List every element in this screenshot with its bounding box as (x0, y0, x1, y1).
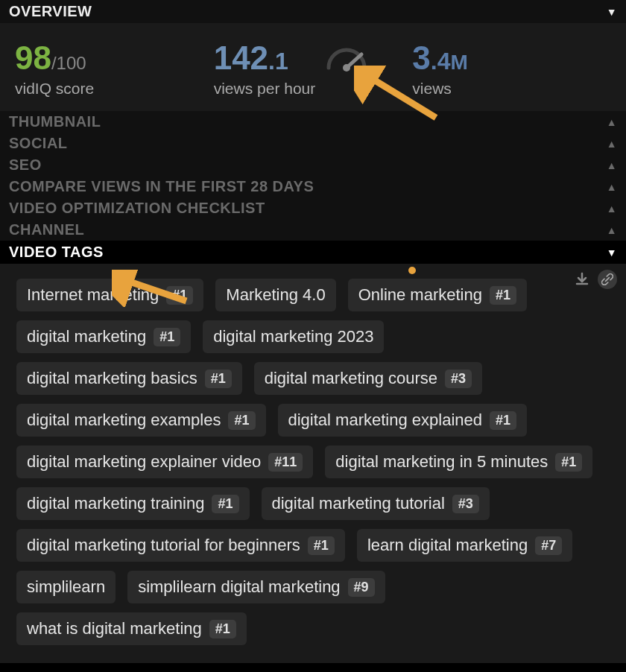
section-title: CHANNEL (9, 221, 84, 238)
tag-rank: #1 (228, 411, 255, 430)
tag-label: digital marketing tutorial for beginners (27, 536, 300, 555)
tag-pill[interactable]: digital marketing tutorial#3 (262, 487, 490, 520)
section-header-social[interactable]: SOCIAL ▲ (0, 133, 626, 154)
section-title: OVERVIEW (9, 3, 92, 20)
tag-pill[interactable]: digital marketing training#1 (16, 487, 250, 520)
link-icon[interactable] (598, 270, 617, 289)
tag-rank: #1 (166, 286, 193, 305)
tag-label: simplilearn digital marketing (138, 577, 340, 597)
section-title: SEO (9, 156, 42, 174)
section-title: SOCIAL (9, 135, 68, 152)
tag-pill[interactable]: Internet marketing#1 (16, 279, 203, 311)
expand-icon: ▲ (607, 116, 617, 128)
views-value: 3.4M (412, 39, 611, 77)
tag-label: digital marketing examples (27, 411, 221, 430)
tag-rank: #1 (308, 536, 335, 555)
tag-pill[interactable]: digital marketing explained#1 (278, 404, 528, 437)
vph-dec: .1 (268, 48, 288, 75)
section-header-channel[interactable]: CHANNEL ▲ (0, 219, 626, 241)
tag-label: digital marketing explained (288, 411, 483, 430)
collapse-icon: ▼ (607, 247, 617, 259)
score-label: vidIQ score (15, 80, 214, 98)
section-header-overview[interactable]: OVERVIEW ▼ (0, 0, 626, 23)
annotation-dot (408, 267, 416, 274)
tag-pill[interactable]: digital marketing#1 (16, 320, 191, 353)
section-header-checklist[interactable]: VIDEO OPTIMIZATION CHECKLIST ▲ (0, 197, 626, 219)
section-header-thumbnail[interactable]: THUMBNAIL ▲ (0, 111, 626, 133)
tag-rank: #1 (205, 370, 232, 388)
collapsed-sections: THUMBNAIL ▲ SOCIAL ▲ SEO ▲ COMPARE VIEWS… (0, 111, 626, 241)
tag-rank: #1 (490, 411, 516, 430)
score-value: 98/100 (15, 39, 214, 77)
views-main: 3 (412, 39, 430, 76)
expand-icon: ▲ (607, 138, 617, 150)
tags-list: Internet marketing#1Marketing 4.0Online … (16, 279, 610, 645)
tag-rank: #7 (535, 536, 562, 555)
section-title: THUMBNAIL (9, 113, 101, 130)
tag-label: Internet marketing (27, 285, 159, 305)
tag-rank: #1 (555, 453, 582, 472)
tag-pill[interactable]: Marketing 4.0 (215, 279, 335, 311)
tag-label: digital marketing course (265, 369, 437, 388)
tag-pill[interactable]: simplilearn digital marketing#9 (127, 571, 385, 603)
views-label: views (412, 80, 611, 98)
tag-pill[interactable]: what is digital marketing#1 (16, 612, 247, 645)
vph-label: views per hour (214, 80, 413, 98)
tag-rank: #3 (452, 495, 479, 513)
tag-rank: #1 (154, 328, 180, 346)
tag-label: simplilearn (27, 577, 105, 597)
vph-value: 142.1 (214, 39, 413, 77)
tag-pill[interactable]: learn digital marketing#7 (357, 529, 572, 562)
tag-label: digital marketing training (27, 494, 204, 513)
tag-label: Online marketing (358, 285, 482, 305)
overview-stats: 98/100 vidIQ score 142.1 views per hour … (0, 23, 626, 111)
svg-point-1 (343, 64, 350, 72)
tag-label: digital marketing (27, 327, 146, 346)
section-header-video-tags[interactable]: VIDEO TAGS ▼ (0, 241, 626, 264)
section-title: COMPARE VIEWS IN THE FIRST 28 DAYS (9, 178, 314, 195)
download-icon[interactable] (572, 270, 592, 289)
views-unit: M (451, 51, 468, 74)
section-header-compare[interactable]: COMPARE VIEWS IN THE FIRST 28 DAYS ▲ (0, 176, 626, 197)
tag-rank: #11 (268, 453, 303, 472)
tag-label: learn digital marketing (367, 536, 528, 555)
stat-views: 3.4M views (412, 39, 611, 98)
vph-main: 142 (214, 39, 268, 76)
score-max: /100 (51, 53, 86, 73)
score-main: 98 (15, 39, 51, 76)
tag-rank: #3 (445, 370, 472, 388)
tag-pill[interactable]: digital marketing in 5 minutes#1 (325, 446, 592, 478)
gauge-icon (324, 42, 369, 72)
tag-rank: #9 (348, 578, 375, 597)
expand-icon: ▲ (607, 181, 617, 193)
tag-label: digital marketing in 5 minutes (335, 452, 548, 472)
tag-label: digital marketing 2023 (213, 327, 373, 346)
tag-rank: #1 (490, 286, 516, 305)
tag-label: digital marketing explainer video (27, 452, 261, 472)
tag-pill[interactable]: digital marketing 2023 (203, 320, 384, 353)
tag-label: what is digital marketing (27, 619, 202, 638)
tag-label: digital marketing tutorial (272, 494, 445, 513)
collapse-icon: ▼ (607, 6, 617, 18)
expand-icon: ▲ (607, 224, 617, 236)
tag-rank: #1 (209, 620, 236, 638)
section-title: VIDEO OPTIMIZATION CHECKLIST (9, 200, 265, 217)
tags-toolbar (572, 270, 617, 289)
section-header-seo[interactable]: SEO ▲ (0, 154, 626, 176)
vidiq-panel: OVERVIEW ▼ 98/100 vidIQ score 142.1 view… (0, 0, 626, 663)
tag-pill[interactable]: digital marketing course#3 (254, 362, 482, 395)
tag-pill[interactable]: Online marketing#1 (348, 279, 527, 311)
video-tags-body: Internet marketing#1Marketing 4.0Online … (0, 264, 626, 663)
tag-pill[interactable]: digital marketing basics#1 (16, 362, 242, 395)
section-title: VIDEO TAGS (9, 244, 104, 261)
stat-score: 98/100 vidIQ score (15, 39, 214, 98)
tag-pill[interactable]: digital marketing explainer video#11 (16, 446, 313, 478)
expand-icon: ▲ (607, 203, 617, 215)
tag-pill[interactable]: digital marketing examples#1 (16, 404, 266, 437)
tag-pill[interactable]: simplilearn (16, 571, 116, 603)
tag-rank: #1 (212, 495, 238, 513)
expand-icon: ▲ (607, 159, 617, 171)
tag-pill[interactable]: digital marketing tutorial for beginners… (16, 529, 345, 562)
tag-label: digital marketing basics (27, 369, 197, 388)
stat-vph: 142.1 views per hour (214, 39, 413, 98)
